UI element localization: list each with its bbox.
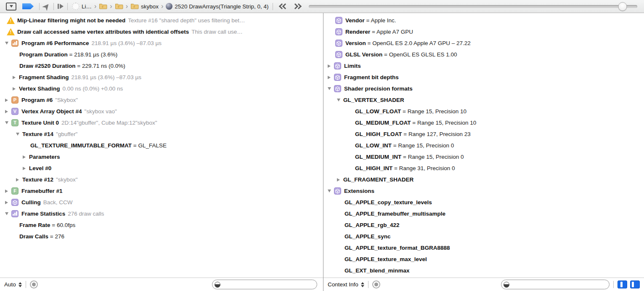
tree-row[interactable]: VVertex Array Object #4"skybox vao" xyxy=(0,106,323,117)
tree-row[interactable]: Version = OpenGL ES 2.0 Apple A7 GPU – 2… xyxy=(323,37,644,49)
disclosure-triangle[interactable] xyxy=(5,110,11,113)
chevron-right-icon: › xyxy=(126,3,128,10)
disclosure-triangle[interactable] xyxy=(16,178,22,182)
tree-row[interactable]: GLSL Version = OpenGL ES GLSL ES 1.00 xyxy=(323,49,644,60)
tree-row[interactable]: GL_APPLE_framebuffer_multisample xyxy=(323,208,644,219)
scope-selector[interactable]: Auto xyxy=(4,281,22,288)
disclosure-triangle[interactable] xyxy=(5,42,11,45)
row-label: Texture Unit 0 xyxy=(21,120,59,126)
tree-row[interactable]: GL_EXT_blend_minmax xyxy=(323,265,644,276)
tree-row[interactable]: Fragment bit depths xyxy=(323,72,644,83)
tree-row[interactable]: PProgram #6"Skybox" xyxy=(0,94,323,106)
tree-row[interactable]: GL_LOW_INT = Range 15, Precision 0 xyxy=(323,140,644,151)
tree-row[interactable]: Program Duration = 218.91 µs (3.6%) xyxy=(0,49,323,60)
split-view-left-button[interactable] xyxy=(617,280,627,288)
tree-row[interactable]: !Mip-Linear filtering might not be neede… xyxy=(0,15,323,26)
row-detail: 276 draw calls xyxy=(68,211,104,217)
tree-row[interactable]: TTexture Unit 02D:14"gbuffer", Cube Map:… xyxy=(0,117,323,128)
row-detail: "skybox" xyxy=(56,176,78,183)
split-view-right-button[interactable] xyxy=(630,280,640,288)
disclosure-triangle[interactable] xyxy=(13,87,19,91)
tree-row[interactable]: GL_LOW_FLOAT = Range 15, Precision 10 xyxy=(323,106,644,117)
tree-row[interactable]: Draw #2520 Duration = 229.71 ns (0.0%) xyxy=(0,60,323,72)
tree-row[interactable]: Vendor = Apple Inc. xyxy=(323,15,644,26)
disclosure-triangle[interactable] xyxy=(328,190,334,192)
row-detail: Texture #16 "shared depth" uses filterin… xyxy=(128,17,245,24)
row-label: Draw Calls xyxy=(19,233,48,240)
eye-icon[interactable] xyxy=(372,280,380,288)
disclosure-triangle[interactable] xyxy=(16,133,22,136)
tree-row[interactable]: Frame Statistics276 draw calls xyxy=(0,208,323,219)
tree-row[interactable]: FFramebuffer #1 xyxy=(0,185,323,197)
breadcrumb-item[interactable] xyxy=(115,3,123,10)
disclosure-triangle[interactable] xyxy=(337,178,343,182)
flag-icon[interactable] xyxy=(22,3,34,9)
filter-scope-icon[interactable] xyxy=(215,282,220,288)
disclosure-triangle[interactable] xyxy=(5,121,11,124)
tree-row[interactable]: Renderer = Apple A7 GPU xyxy=(323,26,644,37)
tree-row[interactable]: GL_HIGH_FLOAT = Range 127, Precision 23 xyxy=(323,128,644,140)
row-value: = 218.91 µs (3.6%) xyxy=(68,51,117,58)
filter-scope-icon[interactable] xyxy=(504,282,509,288)
disclosure-triangle[interactable] xyxy=(328,87,334,90)
tree-row[interactable]: GL_APPLE_rgb_422 xyxy=(323,219,644,231)
row-label: GL_MEDIUM_FLOAT xyxy=(355,120,411,126)
tree-row[interactable]: Draw Calls = 276 xyxy=(0,231,323,242)
breadcrumb-item[interactable]: Li… xyxy=(72,3,92,10)
tree-row[interactable]: Program #6 Performance218.91 µs (3.6%) –… xyxy=(0,37,323,49)
cube-icon xyxy=(334,187,341,195)
tree-row[interactable]: Fragment Shading218.91 µs (3.6%) –87.03 … xyxy=(0,72,323,83)
tree-row[interactable]: GL_VERTEX_SHADER xyxy=(323,94,644,106)
disclosure-triangle[interactable] xyxy=(328,76,334,79)
sphere-icon xyxy=(166,3,172,10)
tree-row[interactable]: GL_APPLE_sync xyxy=(323,231,644,242)
tree-row[interactable]: Shader precision formats xyxy=(323,83,644,94)
disclosure-triangle[interactable] xyxy=(23,155,29,159)
row-label: GL_HIGH_INT xyxy=(355,165,392,171)
tree-row[interactable]: Parameters xyxy=(0,151,323,163)
disclosure-triangle[interactable] xyxy=(5,99,11,102)
breadcrumb-item[interactable]: skybox xyxy=(130,3,159,10)
tree-row[interactable]: GL_FRAGMENT_SHADER xyxy=(323,174,644,185)
panel-toggle-icon[interactable] xyxy=(6,3,16,11)
breadcrumb-item[interactable] xyxy=(99,3,107,10)
slider-track[interactable] xyxy=(309,5,637,8)
frame-scrubber-slider[interactable] xyxy=(309,3,637,10)
forward-button[interactable] xyxy=(290,4,304,8)
breadcrumb: Li…›››skybox›2520 DrawArrays(Triangle St… xyxy=(72,3,269,10)
navigate-icon[interactable] xyxy=(42,2,51,11)
disclosure-triangle[interactable] xyxy=(23,167,29,170)
disclosure-triangle[interactable] xyxy=(13,76,19,79)
disclosure-triangle[interactable] xyxy=(337,99,343,101)
scope-selector[interactable]: Context Info xyxy=(328,281,364,288)
eye-icon[interactable] xyxy=(30,280,38,288)
disclosure-triangle[interactable] xyxy=(328,64,334,68)
slider-thumb[interactable] xyxy=(618,2,627,11)
disclosure-triangle[interactable] xyxy=(5,201,11,204)
disclosure-triangle[interactable] xyxy=(5,190,11,193)
tree-row[interactable]: GL_APPLE_copy_texture_levels xyxy=(323,197,644,208)
tree-row[interactable]: GL_MEDIUM_FLOAT = Range 15, Precision 10 xyxy=(323,117,644,128)
step-forward-icon[interactable] xyxy=(58,4,64,9)
disclosure-triangle[interactable] xyxy=(5,212,11,215)
tree-row[interactable]: Extensions xyxy=(323,185,644,197)
tree-row[interactable]: Texture #14"gbuffer" xyxy=(0,128,323,140)
tree-row[interactable]: !Draw call accessed same vertex attribut… xyxy=(0,26,323,37)
tree-row[interactable]: GL_APPLE_texture_max_level xyxy=(323,254,644,265)
tree-row[interactable]: Texture #12"skybox" xyxy=(0,174,323,185)
tree-row[interactable]: Vertex Shading0.00 ns (0.0%) +0.00 ns xyxy=(0,83,323,94)
tree-row[interactable]: GL_MEDIUM_INT = Range 15, Precision 0 xyxy=(323,151,644,163)
tree-row[interactable]: CullingBack, CCW xyxy=(0,197,323,208)
filter-field[interactable] xyxy=(212,280,317,289)
tree-row[interactable]: Frame Rate = 60.0fps xyxy=(0,219,323,231)
tree-row[interactable]: GL_APPLE_texture_format_BGRA8888 xyxy=(323,242,644,254)
row-label: Frame Rate xyxy=(19,222,50,228)
breadcrumb-item[interactable]: 2520 DrawArrays(Triangle Strip, 0, 4) xyxy=(166,3,268,10)
tree-row[interactable]: Level #0 xyxy=(0,163,323,174)
back-button[interactable] xyxy=(277,4,290,8)
filter-field[interactable] xyxy=(501,280,610,289)
row-value: = Range 15, Precision 0 xyxy=(392,142,454,149)
tree-row[interactable]: GL_TEXTURE_IMMUTABLE_FORMAT = GL_FALSE xyxy=(0,140,323,151)
tree-row[interactable]: Limits xyxy=(323,60,644,72)
tree-row[interactable]: GL_HIGH_INT = Range 31, Precision 0 xyxy=(323,163,644,174)
